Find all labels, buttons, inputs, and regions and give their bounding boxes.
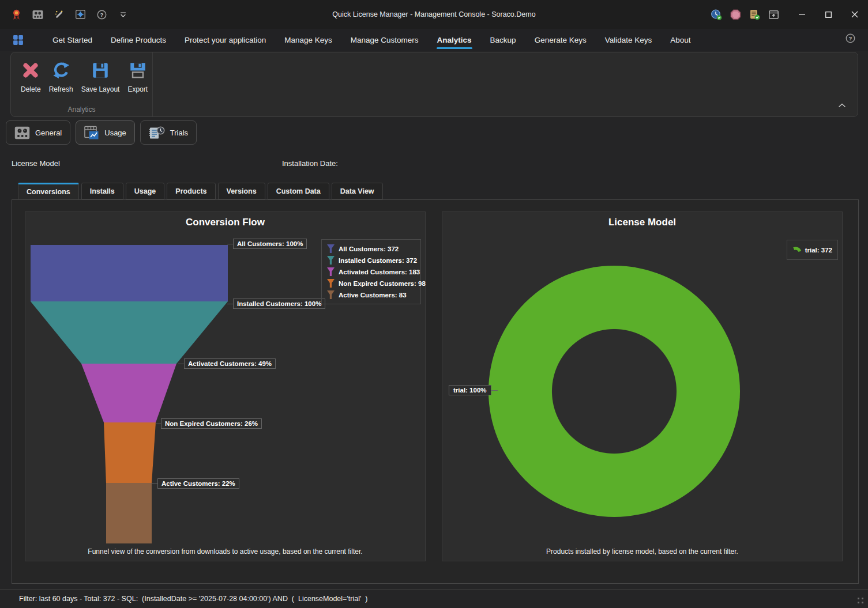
save-layout-button[interactable]: Save Layout [77, 58, 124, 95]
conversion-flow-panel: Conversion Flow All Customers: 100% Inst… [25, 212, 426, 561]
donut-callout: trial: 100% [449, 385, 491, 395]
menu-item-define-products[interactable]: Define Products [102, 29, 175, 51]
report-tab-versions[interactable]: Versions [218, 183, 265, 199]
titlebar-right [711, 0, 868, 29]
report-tab-custom-data[interactable]: Custom Data [268, 183, 329, 199]
maximize-button[interactable] [815, 0, 841, 29]
license-clock-check-icon[interactable] [711, 9, 722, 20]
menu-label: Manage Customers [351, 36, 419, 44]
help-circle-icon[interactable]: ? [96, 9, 107, 20]
funnel-segment-non-expired-customers [104, 422, 156, 483]
export-button[interactable]: Export [123, 58, 152, 95]
menu-item-manage-customers[interactable]: Manage Customers [341, 29, 428, 51]
legend-item: Activated Customers: 183 [327, 267, 415, 276]
funnel-swatch-icon [327, 244, 335, 253]
content-frame: Conversion Flow All Customers: 100% Inst… [12, 199, 859, 584]
legend-item: Active Customers: 83 [327, 290, 415, 299]
funnel-segment-installed-customers [31, 301, 228, 364]
filter-bar: License Model trial Installation Date: l… [0, 151, 868, 177]
save-floppy-icon [91, 59, 110, 81]
collapse-ribbon-chevron-icon[interactable] [836, 100, 848, 111]
tab-general[interactable]: General [6, 120, 70, 145]
report-tab-usage[interactable]: Usage [126, 183, 165, 199]
svg-text:?: ? [849, 35, 852, 41]
funnel-legend: All Customers: 372 Installed Customers: … [321, 239, 421, 304]
funnel-callout: Installed Customers: 100% [233, 299, 325, 309]
funnel-swatch-icon [327, 256, 335, 265]
menu-item-get-started[interactable]: Get Started [43, 29, 102, 51]
menu-item-about[interactable]: About [661, 29, 700, 51]
close-button[interactable] [841, 0, 868, 29]
resize-grip[interactable] [858, 598, 864, 604]
legend-item: Non Expired Customers: 98 [327, 279, 415, 288]
funnel-callout: Activated Customers: 49% [184, 358, 276, 369]
report-tab-installs[interactable]: Installs [81, 183, 123, 199]
products-dashboard-icon[interactable] [32, 9, 43, 20]
funnel-swatch-icon [327, 290, 335, 299]
ribbon-button-label: Refresh [49, 85, 73, 93]
legend-label: trial: 372 [805, 247, 832, 254]
menu-item-validate-keys[interactable]: Validate Keys [596, 29, 662, 51]
dashboard-gauges-icon [14, 126, 30, 139]
menu-label: Backup [490, 36, 516, 44]
tasks-check-icon[interactable] [749, 9, 760, 20]
menu-item-backup[interactable]: Backup [481, 29, 525, 51]
funnel-callout: Active Customers: 22% [157, 478, 239, 489]
legend-label: Non Expired Customers: 98 [339, 280, 426, 287]
funnel-callout: Non Expired Customers: 26% [161, 418, 262, 429]
stop-octagon-icon[interactable] [730, 9, 741, 20]
legend-label: Active Customers: 83 [339, 292, 407, 299]
pie-legend: trial: 372 [787, 240, 838, 260]
settings-gear-icon[interactable] [74, 9, 86, 20]
ribbon-help-icon[interactable]: ? [846, 33, 855, 43]
ribbon-button-label: Save Layout [81, 85, 120, 93]
chart-caption: Products installed by license model, bas… [442, 547, 842, 556]
funnel-swatch-icon [327, 267, 335, 276]
legend-item: Installed Customers: 372 [327, 256, 415, 265]
report-tab-products[interactable]: Products [167, 183, 215, 199]
chart-title: License Model [442, 217, 842, 228]
titlebar-status-icons [711, 9, 779, 20]
ribbon-panel: Delete Refresh Save Layout Export [10, 52, 858, 117]
funnel-segment-all-customers [31, 245, 228, 301]
tab-usage[interactable]: Usage [76, 120, 135, 145]
menu-item-generate-keys[interactable]: Generate Keys [525, 29, 596, 51]
menu-label: Protect your application [185, 36, 266, 44]
delete-cross-icon [21, 59, 40, 81]
apps-grid-icon[interactable] [13, 35, 24, 46]
menu-label: Generate Keys [535, 36, 587, 44]
ribbon-buttons: Delete Refresh Save Layout Export [11, 52, 152, 95]
usage-chart-icon [84, 125, 99, 140]
view-tabs: General Usage Trials [6, 120, 197, 145]
customize-toolbar-chevron-icon[interactable] [117, 9, 129, 20]
chart-title: Conversion Flow [25, 217, 425, 228]
report-tab-data-view[interactable]: Data View [332, 183, 383, 199]
funnel-callout: All Customers: 100% [233, 239, 307, 249]
svg-text:?: ? [100, 12, 103, 18]
ribbon-button-label: Export [127, 85, 148, 93]
donut-slice-trial [489, 266, 740, 517]
panel-layout-icon[interactable] [768, 9, 779, 20]
menu-label: Get Started [52, 36, 92, 44]
tab-trials[interactable]: Trials [140, 120, 197, 145]
view-tab-label: Usage [104, 129, 126, 137]
funnel-segment-active-customers [106, 483, 152, 543]
menu-item-manage-keys[interactable]: Manage Keys [275, 29, 341, 51]
trials-notes-clock-icon [149, 126, 165, 140]
license-model-label: License Model [12, 159, 60, 168]
license-model-panel: License Model trial: 100% trial: 372 Pro… [442, 212, 843, 561]
menu-label: Analytics [437, 36, 472, 44]
refresh-button[interactable]: Refresh [45, 58, 77, 95]
refresh-arrows-icon [51, 59, 71, 81]
minimize-button[interactable] [788, 0, 815, 29]
ribbon-group-analytics: Delete Refresh Save Layout Export [11, 52, 153, 116]
funnel-swatch-icon [327, 279, 335, 288]
wizard-wand-icon[interactable] [53, 9, 65, 20]
ribbon-button-label: Delete [21, 85, 41, 93]
delete-button[interactable]: Delete [17, 58, 45, 95]
titlebar: ? Quick License Manager - Management Con… [0, 0, 868, 29]
report-tab-conversions[interactable]: Conversions [18, 183, 79, 199]
menu-item-analytics[interactable]: Analytics [428, 29, 481, 51]
menu-item-protect-your-application[interactable]: Protect your application [175, 29, 275, 51]
menu-label: Define Products [111, 36, 166, 44]
